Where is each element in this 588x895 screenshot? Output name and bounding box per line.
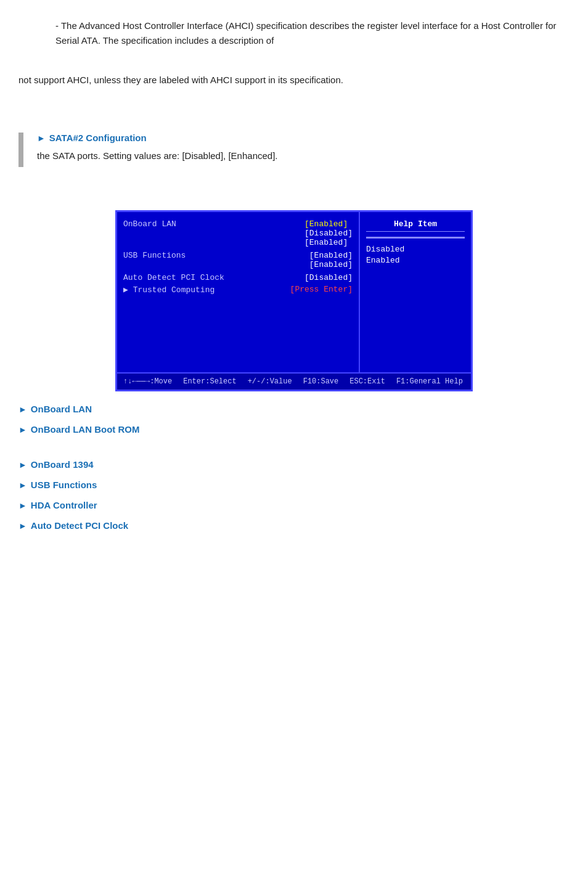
footer-move: ↑↓←——→:Move [123, 377, 172, 386]
link-hda-controller[interactable]: ► HDA Controller [18, 500, 570, 510]
sidebar-marker [18, 133, 23, 167]
arrow-icon-4: ► [18, 480, 27, 490]
sata2-body: the SATA ports. Setting values are: [Dis… [37, 148, 570, 167]
intro-paragraph2: not support AHCI, unless they are labele… [18, 73, 570, 88]
bios-val-enabled4: [Enabled] [309, 260, 353, 269]
bios-footer: ↑↓←——→:Move Enter:Select +/-/:Value F10:… [117, 372, 471, 390]
arrow-icon-2: ► [18, 425, 27, 435]
bios-left-panel: OnBoard LAN [Enabled] [Disabled] [Enable… [117, 212, 360, 372]
bios-help-enabled: Enabled [366, 256, 465, 265]
bios-help-bar [366, 237, 465, 239]
link-label-onboard-lan-boot-rom: OnBoard LAN Boot ROM [31, 424, 140, 435]
bios-container: OnBoard LAN [Enabled] [Disabled] [Enable… [18, 210, 570, 391]
bios-right-panel: Help Item Disabled Enabled [360, 212, 471, 372]
arrow-icon-3: ► [18, 460, 27, 470]
intro-paragraph1: - The Advanced Host Controller Interface… [55, 18, 570, 48]
bios-values-trusted: [Press Enter] [285, 285, 353, 294]
footer-help: F1:General Help [396, 377, 463, 386]
footer-save: F10:Save [303, 377, 339, 386]
bios-val-press-enter: [Press Enter] [290, 285, 353, 294]
bios-label-usb: USB Functions [123, 251, 186, 260]
bios-label-trusted: ▶ Trusted Computing [123, 285, 214, 295]
arrow-icon-1: ► [18, 404, 27, 414]
bios-label-onboard-lan: OnBoard LAN [123, 219, 176, 229]
bios-screen: OnBoard LAN [Enabled] [Disabled] [Enable… [115, 210, 473, 391]
bios-item-onboard-lan: OnBoard LAN [Enabled] [Disabled] [Enable… [123, 219, 353, 247]
arrow-icon: ► [37, 133, 46, 143]
bios-val-enabled3: [Enabled] [309, 251, 353, 260]
bios-item-trusted: ▶ Trusted Computing [Press Enter] [123, 285, 353, 295]
bios-val-disabled2: [Disabled] [304, 273, 353, 282]
link-auto-detect-pci-clock[interactable]: ► Auto Detect PCI Clock [18, 520, 570, 531]
bios-label-pci: Auto Detect PCI Clock [123, 273, 224, 282]
bios-val-disabled1: [Disabled] [304, 229, 353, 238]
link-label-auto-detect-pci-clock: Auto Detect PCI Clock [31, 520, 128, 531]
bios-val-enabled2: [Enabled] [304, 238, 348, 247]
arrow-icon-6: ► [18, 521, 27, 531]
bios-values-pci: [Disabled] [300, 273, 353, 282]
link-onboard-lan-boot-rom[interactable]: ► OnBoard LAN Boot ROM [18, 424, 570, 435]
bios-val-enabled1: [Enabled] [304, 219, 348, 229]
link-usb-functions[interactable]: ► USB Functions [18, 480, 570, 490]
bios-values-usb: [Enabled] [Enabled] [304, 251, 353, 269]
bios-help-disabled: Disabled [366, 245, 465, 254]
link-label-onboard-lan: OnBoard LAN [31, 404, 92, 414]
arrow-icon-5: ► [18, 501, 27, 510]
bios-values-onboard-lan: [Enabled] [Disabled] [Enabled] [300, 219, 353, 247]
bios-item-pci: Auto Detect PCI Clock [Disabled] [123, 273, 353, 282]
link-onboard-1394[interactable]: ► OnBoard 1394 [18, 459, 570, 470]
link-onboard-lan[interactable]: ► OnBoard LAN [18, 404, 570, 414]
link-label-usb-functions: USB Functions [31, 480, 97, 490]
bios-help-title: Help Item [366, 219, 465, 232]
bios-item-usb: USB Functions [Enabled] [Enabled] [123, 251, 353, 269]
footer-enter: Enter:Select [183, 377, 236, 386]
footer-value: +/-/:Value [248, 377, 292, 386]
sata2-heading: ► SATA#2 Configuration [37, 133, 570, 143]
link-label-onboard-1394: OnBoard 1394 [31, 459, 94, 470]
bios-body: OnBoard LAN [Enabled] [Disabled] [Enable… [117, 212, 471, 372]
link-label-hda-controller: HDA Controller [31, 500, 97, 510]
footer-exit: ESC:Exit [349, 377, 385, 386]
